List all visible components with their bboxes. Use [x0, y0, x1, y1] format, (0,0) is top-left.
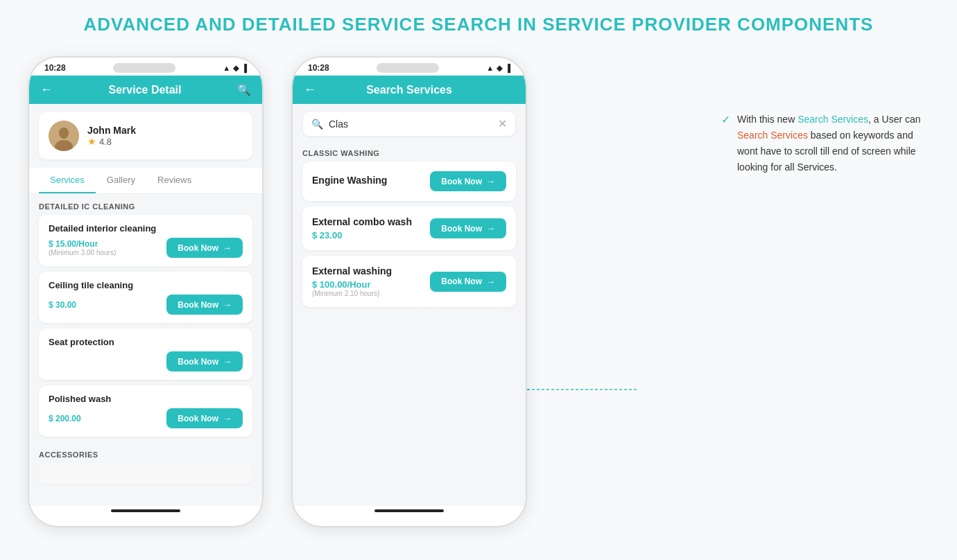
service-name-polished: Polished wash [49, 394, 243, 404]
status-bar-1: 10:28 ▲ ◆ ▐ [29, 58, 262, 76]
annotation-content: ✓ With this new Search Services, a User … [721, 112, 929, 175]
book-btn-combo[interactable]: Book Now → [430, 218, 506, 238]
tab-reviews[interactable]: Reviews [146, 168, 202, 193]
engine-name: Engine Washing [312, 175, 387, 186]
book-btn-interior[interactable]: Book Now → [166, 238, 243, 258]
search-button-1[interactable]: 🔍 [237, 83, 251, 96]
tab-gallery[interactable]: Gallery [96, 168, 146, 193]
search-result-combo: External combo wash $ 23.00 Book Now → [302, 207, 516, 250]
right-annotation: ✓ With this new Search Services, a User … [555, 56, 929, 175]
service-card-bottom-polished: $ 200.00 Book Now → [49, 408, 243, 428]
book-btn-label-combo: Book Now [441, 224, 482, 234]
phone-service-detail: 10:28 ▲ ◆ ▐ ← Service Detail 🔍 [28, 56, 264, 527]
profile-info: John Mark ★ 4.8 [87, 125, 136, 147]
search-result-external: External washing $ 100.00/Hour (Minimum … [302, 256, 516, 307]
service-card-accessories-partial [39, 463, 252, 484]
header-title-2: Search Services [366, 84, 452, 96]
time-1: 10:28 [44, 63, 66, 73]
service-card-bottom-interior: $ 15.00/Hour (Minimum 3.00 hours) Book N… [49, 238, 243, 258]
profile-card: John Mark ★ 4.8 [39, 112, 252, 159]
bottom-bar-1 [29, 506, 262, 520]
phone-header-2: ← Search Services [293, 76, 526, 104]
book-btn-ceiling[interactable]: Book Now → [166, 295, 243, 315]
section-label-accessories: Accessories [29, 442, 262, 463]
book-btn-external[interactable]: Book Now → [430, 272, 506, 292]
search-result-engine: Engine Washing Book Now → [302, 161, 516, 201]
service-card-ceiling: Ceiling tile cleaning $ 30.00 Book Now → [39, 272, 252, 323]
arrow-icon-combo: → [486, 223, 495, 234]
notch-1 [113, 63, 175, 73]
search-bar[interactable]: 🔍 ✕ [302, 111, 516, 137]
book-btn-polished[interactable]: Book Now → [166, 408, 243, 428]
check-icon: ✓ [721, 113, 730, 126]
external-price-sub: (Minimum 2.10 hours) [312, 290, 392, 297]
service-name-ceiling: Ceiling tile cleaning [49, 280, 243, 290]
tab-services[interactable]: Services [39, 168, 96, 193]
service-card-polished: Polished wash $ 200.00 Book Now → [39, 385, 252, 437]
external-price: $ 100.00/Hour [312, 279, 392, 290]
svg-point-1 [59, 128, 69, 139]
rating-value: 4.8 [99, 137, 112, 147]
arrow-icon-external: → [486, 277, 495, 287]
tabs-bar: Services Gallery Reviews [29, 168, 262, 194]
service-card-bottom-seat: Book Now → [49, 351, 243, 371]
search-icon: 🔍 [311, 119, 323, 130]
phone-search-services: 10:28 ▲ ◆ ▐ ← Search Services 🔍 ✕ CLASSI… [291, 56, 527, 527]
combo-info: External combo wash $ 23.00 [312, 216, 412, 240]
clear-search-button[interactable]: ✕ [498, 117, 507, 130]
status-bar-2: 10:28 ▲ ◆ ▐ [293, 58, 526, 76]
page-title: ADVANCED AND DETAILED SERVICE SEARCH IN … [28, 14, 929, 35]
connector-line [527, 389, 638, 390]
home-indicator-1 [111, 509, 180, 512]
phone-content-1: John Mark ★ 4.8 Services Gallery Reviews… [29, 104, 262, 506]
time-2: 10:28 [308, 63, 329, 73]
avatar [49, 121, 79, 151]
notch-2 [377, 63, 439, 73]
bottom-bar-2 [293, 506, 526, 520]
price-ceiling: $ 30.00 [49, 300, 76, 310]
book-btn-label-ceiling: Book Now [178, 300, 218, 310]
home-indicator-2 [374, 509, 444, 512]
svg-point-4 [527, 389, 530, 390]
category-label: CLASSIC WASHING [293, 143, 526, 161]
price-interior: $ 15.00/Hour [49, 239, 116, 249]
service-name-interior: Detailed interior cleaning [49, 223, 243, 234]
profile-rating: ★ 4.8 [87, 136, 136, 147]
highlight-search-services: Search Services [798, 114, 868, 125]
price-polished: $ 200.00 [49, 414, 81, 423]
service-card-seat: Seat protection Book Now → [39, 329, 252, 380]
highlight-search-action: Search Services [737, 130, 808, 141]
book-btn-label-engine: Book Now [441, 177, 482, 186]
book-btn-label-seat: Book Now [178, 357, 218, 367]
wifi-icon-2: ◆ [497, 64, 502, 73]
signal-icon-2: ▲ [486, 64, 494, 72]
external-name: External washing [312, 265, 392, 277]
back-button-1[interactable]: ← [40, 82, 53, 97]
arrow-icon-interior: → [223, 243, 232, 253]
annotation-text: With this new Search Services, a User ca… [737, 112, 929, 175]
profile-name: John Mark [87, 125, 136, 136]
search-input[interactable] [329, 119, 492, 130]
arrow-icon-ceiling: → [223, 299, 232, 310]
back-button-2[interactable]: ← [304, 82, 316, 97]
engine-info: Engine Washing [312, 175, 387, 189]
service-card-interior: Detailed interior cleaning $ 15.00/Hour … [39, 215, 252, 266]
signal-icon: ▲ [223, 64, 230, 72]
book-btn-seat[interactable]: Book Now → [166, 351, 243, 371]
phone-header-1: ← Service Detail 🔍 [29, 76, 262, 104]
book-btn-label-external: Book Now [441, 277, 482, 286]
header-title-1: Service Detail [109, 84, 182, 96]
star-icon: ★ [87, 136, 96, 147]
book-btn-engine[interactable]: Book Now → [430, 171, 506, 191]
battery-icon-2: ▐ [505, 64, 510, 72]
status-icons-1: ▲ ◆ ▐ [223, 64, 247, 73]
wifi-icon: ◆ [233, 64, 239, 73]
book-btn-label-polished: Book Now [178, 414, 218, 423]
price-sub-interior: (Minimum 3.00 hours) [49, 249, 116, 256]
phone-content-2: 🔍 ✕ CLASSIC WASHING Engine Washing Book … [293, 104, 526, 506]
book-btn-label-interior: Book Now [178, 243, 218, 253]
combo-price: $ 23.00 [312, 230, 412, 240]
service-name-seat: Seat protection [49, 337, 243, 347]
service-card-bottom-ceiling: $ 30.00 Book Now → [49, 295, 243, 315]
status-icons-2: ▲ ◆ ▐ [486, 64, 510, 73]
